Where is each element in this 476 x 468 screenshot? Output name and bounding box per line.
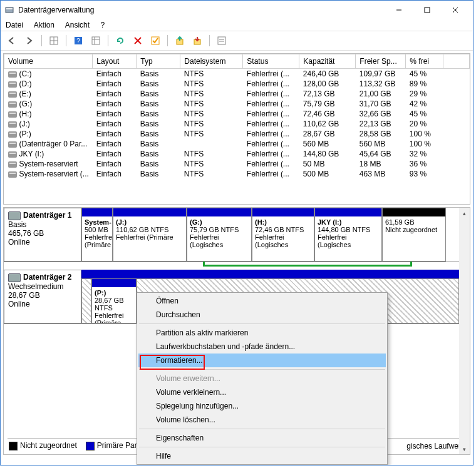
menu-help[interactable]: ? (100, 21, 105, 29)
forward-icon[interactable] (22, 33, 37, 48)
disk2-size: 28,67 GB (8, 291, 77, 300)
maximize-button[interactable] (413, 1, 441, 19)
col-layout[interactable]: Layout (93, 54, 137, 69)
window-title: Datenträgerverwaltung (18, 6, 385, 14)
back-icon[interactable] (4, 33, 19, 48)
svg-rect-19 (218, 37, 225, 44)
legend-swatch-unalloc (9, 442, 18, 450)
col-fs[interactable]: Dateisystem (180, 54, 243, 69)
disk1-type: Basis (8, 220, 77, 229)
table-row[interactable]: (H:)EinfachBasisNTFSFehlerfrei (...72,46… (4, 109, 470, 119)
window-root: Datenträgerverwaltung Datei Aktion Ansic… (0, 0, 473, 465)
titlebar[interactable]: Datenträgerverwaltung (1, 1, 473, 19)
minimize-button[interactable] (385, 1, 413, 19)
disk2-stripe (81, 270, 459, 278)
col-pct[interactable]: % frei (406, 54, 443, 69)
table-row[interactable]: (E:)EinfachBasisNTFSFehlerfrei (...72,13… (4, 89, 470, 99)
menu-action[interactable]: Aktion (34, 21, 54, 29)
disk-icon (8, 211, 21, 220)
disk2-status: Online (8, 300, 77, 308)
disk1-partitions: System-500 MBFehlerfrei (Primäre(J:)110,… (81, 208, 470, 262)
partition-unallocated[interactable]: 61,59 GBNicht zugeordnet (382, 208, 446, 262)
partition[interactable]: (J:)110,62 GB NTFSFehlerfrei (Primäre (113, 208, 187, 262)
col-typ[interactable]: Typ (137, 54, 180, 69)
table-row[interactable]: System-reserviert (...EinfachBasisNTFSFe… (4, 169, 470, 179)
ctx-mirror[interactable]: Spiegelung hinzufügen... (138, 399, 386, 413)
volume-icon (8, 101, 17, 108)
ctx-open[interactable]: Öffnen (138, 294, 386, 308)
ctx-help[interactable]: Hilfe (138, 449, 386, 463)
partition[interactable]: (H:)72,46 GB NTFSFehlerfrei (Logisches (252, 208, 314, 262)
svg-rect-3 (425, 8, 430, 13)
volume-table: Volume Layout Typ Dateisystem Status Kap… (4, 54, 470, 179)
partition[interactable]: System-500 MBFehlerfrei (Primäre (81, 208, 113, 262)
volume-icon (8, 91, 17, 98)
legend-unalloc: Nicht zugeordnet (20, 441, 77, 450)
partition-p[interactable]: (P:) 28,67 GB NTFS Fehlerfrei (Primäre (91, 278, 137, 323)
toolbar: ? (1, 31, 473, 51)
ctx-props[interactable]: Eigenschaften (138, 431, 386, 445)
scroll-down-icon[interactable]: ▾ (459, 444, 470, 454)
table-row[interactable]: (G:)EinfachBasisNTFSFehlerfrei (...75,79… (4, 99, 470, 109)
window-controls (385, 1, 469, 19)
col-status[interactable]: Status (243, 54, 299, 69)
volume-icon (8, 171, 17, 178)
scroll-up-icon[interactable]: ▴ (459, 208, 470, 218)
volume-icon (8, 141, 17, 148)
disk2-type: Wechselmedium (8, 282, 77, 291)
volume-icon (8, 111, 17, 118)
context-menu: Öffnen Durchsuchen Partition als aktiv m… (137, 292, 388, 465)
menu-file[interactable]: Datei (6, 21, 23, 29)
disk1-size: 465,76 GB (8, 229, 77, 238)
scrollbar[interactable]: ▴ ▾ (459, 208, 470, 454)
volume-icon (8, 121, 17, 128)
table-row[interactable]: JKY (I:)EinfachBasisNTFSFehlerfrei (...1… (4, 149, 470, 159)
check-icon[interactable] (148, 33, 163, 48)
svg-rect-11 (92, 37, 100, 44)
volume-icon (8, 131, 17, 138)
disk1-status: Online (8, 238, 77, 247)
ctx-shrink[interactable]: Volume verkleinern... (138, 385, 386, 399)
col-volume[interactable]: Volume (4, 54, 93, 69)
disk-icon (8, 273, 21, 282)
partition-gap-left (81, 278, 91, 323)
table-row[interactable]: (J:)EinfachBasisNTFSFehlerfrei (...110,6… (4, 119, 470, 129)
table-row[interactable]: (P:)EinfachBasisNTFSFehlerfrei (...28,67… (4, 129, 470, 139)
legend-swatch-primary (86, 442, 95, 450)
table-row[interactable]: (Datenträger 0 Par...EinfachBasisFehlerf… (4, 139, 470, 149)
table-row[interactable]: System-reserviertEinfachBasisNTFSFehlerf… (4, 159, 470, 169)
ctx-delete[interactable]: Volume löschen... (138, 413, 386, 427)
table-row[interactable]: (C:)EinfachBasisNTFSFehlerfrei (...246,4… (4, 69, 470, 79)
ctx-active[interactable]: Partition als aktiv markieren (138, 326, 386, 340)
svg-rect-1 (6, 8, 13, 9)
properties-icon[interactable] (214, 33, 229, 48)
table-row[interactable]: (D:)EinfachBasisNTFSFehlerfrei (...128,0… (4, 79, 470, 89)
disk1-name: Datenträger 1 (23, 211, 71, 220)
ctx-extend: Volume erweitern... (138, 372, 386, 385)
col-free[interactable]: Freier Sp... (356, 54, 406, 69)
close-button[interactable] (441, 1, 469, 19)
import-icon[interactable] (190, 33, 205, 48)
help-icon[interactable]: ? (71, 33, 86, 48)
ctx-browse[interactable]: Durchsuchen (138, 308, 386, 322)
grid-icon[interactable] (46, 33, 61, 48)
delete-icon[interactable] (130, 33, 145, 48)
volume-list-pane: Volume Layout Typ Dateisystem Status Kap… (3, 53, 470, 205)
table-icon[interactable] (88, 33, 103, 48)
disk-row-1: Datenträger 1 Basis 465,76 GB Online Sys… (4, 208, 470, 262)
col-cap[interactable]: Kapazität (299, 54, 356, 69)
menu-view[interactable]: Ansicht (65, 21, 90, 29)
volume-icon (8, 161, 17, 168)
export-icon[interactable] (172, 33, 187, 48)
refresh-icon[interactable] (113, 33, 128, 48)
part-name: (P:) (95, 289, 133, 297)
svg-text:?: ? (76, 38, 80, 44)
disk1-label[interactable]: Datenträger 1 Basis 465,76 GB Online (4, 208, 81, 262)
partition[interactable]: JKY (I:)144,80 GB NTFSFehlerfrei (Logisc… (314, 208, 382, 262)
ctx-format[interactable]: Formatieren... (138, 354, 386, 367)
ctx-drive[interactable]: Laufwerkbuchstaben und -pfade ändern... (138, 340, 386, 354)
disk2-label[interactable]: Datenträger 2 Wechselmedium 28,67 GB Onl… (4, 270, 81, 323)
col-spacer (443, 54, 470, 69)
menubar: Datei Aktion Ansicht ? (1, 19, 473, 31)
partition[interactable]: (G:)75,79 GB NTFSFehlerfrei (Logisches (187, 208, 252, 262)
